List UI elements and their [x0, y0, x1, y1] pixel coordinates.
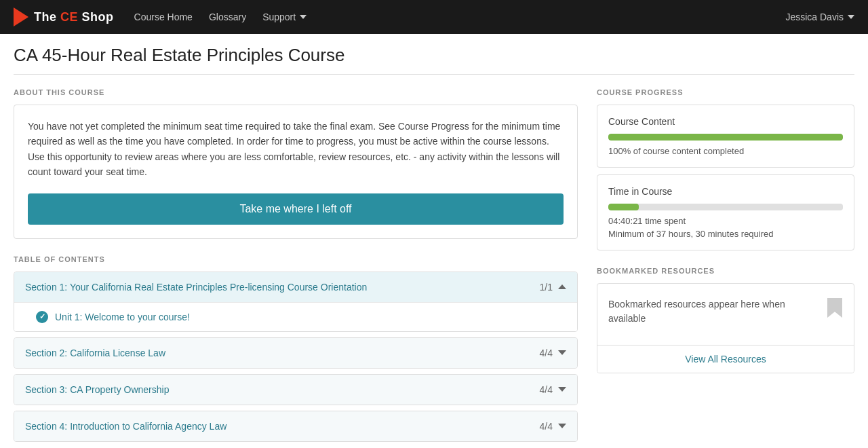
bookmarks-inner: Bookmarked resources appear here when av…: [597, 284, 854, 345]
view-all-resources-button[interactable]: View All Resources: [597, 345, 854, 373]
support-chevron-icon: [300, 15, 307, 19]
course-content-title: Course Content: [608, 116, 843, 127]
toc-section-4-meta: 4/4: [540, 421, 566, 432]
course-content-bar-track: [608, 134, 843, 141]
toc-section-2-meta: 4/4: [540, 348, 566, 358]
toc-section-1-header[interactable]: Section 1: Your California Real Estate P…: [14, 272, 577, 302]
course-content-bar-fill: [608, 134, 843, 141]
right-column: COURSE PROGRESS Course Content 100% of c…: [597, 88, 854, 373]
toc-section-4-progress: 4/4: [540, 421, 553, 432]
about-box: You have not yet completed the minimum s…: [14, 105, 578, 239]
bookmarks-section-label: BOOKMARKED RESOURCES: [597, 267, 854, 275]
toc-section-1-meta: 1/1: [540, 282, 566, 293]
course-content-card: Course Content 100% of course content co…: [597, 105, 854, 168]
course-content-percent-text: 100% of course content completed: [608, 146, 843, 156]
about-section-label: ABOUT THIS COURSE: [14, 88, 578, 96]
minimum-required-text: Minimum of 37 hours, 30 minutes required: [608, 229, 843, 239]
page-title: CA 45-Hour Real Estate Principles Course: [14, 45, 854, 66]
toc-section-3-chevron-icon: [558, 387, 566, 392]
time-in-course-bar-fill: [608, 204, 639, 210]
resume-button[interactable]: Take me where I left off: [28, 193, 564, 225]
bookmark-icon: [827, 297, 843, 318]
user-menu-chevron-icon: [848, 15, 854, 19]
user-menu[interactable]: Jessica Davis: [785, 12, 854, 22]
toc-section-4-title: Section 4: Introduction to California Ag…: [25, 421, 226, 432]
toc-section-3: Section 3: CA Property Ownership 4/4: [14, 374, 578, 405]
toc-unit-1-1-title: Unit 1: Welcome to your course!: [55, 312, 190, 322]
bookmarks-section: BOOKMARKED RESOURCES Bookmarked resource…: [597, 267, 854, 373]
progress-section-label: COURSE PROGRESS: [597, 88, 854, 96]
toc-section-3-meta: 4/4: [540, 384, 566, 395]
logo[interactable]: The CE Shop: [14, 7, 114, 26]
toc-section-2-title: Section 2: California License Law: [25, 348, 165, 358]
toc-section-2-header[interactable]: Section 2: California License Law 4/4: [14, 338, 577, 368]
main-layout: ABOUT THIS COURSE You have not yet compl…: [14, 88, 854, 447]
toc-section-3-title: Section 3: CA Property Ownership: [25, 384, 169, 395]
logo-text: The CE Shop: [34, 10, 114, 24]
toc-section-3-header[interactable]: Section 3: CA Property Ownership 4/4: [14, 375, 577, 405]
toc-section-label: TABLE OF CONTENTS: [14, 255, 578, 263]
left-column: ABOUT THIS COURSE You have not yet compl…: [14, 88, 578, 447]
page-content: CA 45-Hour Real Estate Principles Course…: [0, 34, 868, 448]
toc-section-4-header[interactable]: Section 4: Introduction to California Ag…: [14, 411, 577, 441]
toc-section-4-chevron-icon: [558, 424, 566, 428]
toc-section-4: Section 4: Introduction to California Ag…: [14, 411, 578, 442]
title-divider: [14, 74, 854, 75]
unit-complete-icon: [36, 311, 48, 323]
time-in-course-bar-track: [608, 204, 843, 210]
time-spent-text: 04:40:21 time spent: [608, 216, 843, 226]
nav-glossary[interactable]: Glossary: [209, 12, 246, 22]
nav-support[interactable]: Support: [262, 12, 307, 22]
bookmarks-empty-text: Bookmarked resources appear here when av…: [608, 297, 818, 326]
time-in-course-card: Time in Course 04:40:21 time spent Minim…: [597, 174, 854, 250]
toc-section-2-chevron-icon: [558, 350, 566, 355]
toc-unit-1-1[interactable]: Unit 1: Welcome to your course!: [14, 302, 577, 331]
progress-section: COURSE PROGRESS Course Content 100% of c…: [597, 88, 854, 250]
user-name: Jessica Davis: [785, 12, 844, 22]
toc-section-1-progress: 1/1: [540, 282, 553, 293]
navbar-links: Course Home Glossary Support: [134, 12, 786, 22]
time-in-course-title: Time in Course: [608, 186, 843, 197]
navbar: The CE Shop Course Home Glossary Support…: [0, 0, 868, 34]
about-text: You have not yet completed the minimum s…: [28, 119, 564, 180]
toc-section-2-progress: 4/4: [540, 348, 553, 358]
toc-section-1-chevron-icon: [558, 284, 566, 289]
bookmarks-card: Bookmarked resources appear here when av…: [597, 283, 854, 373]
toc-section-1-title: Section 1: Your California Real Estate P…: [25, 282, 367, 293]
toc-section-2: Section 2: California License Law 4/4: [14, 337, 578, 369]
toc-section-1: Section 1: Your California Real Estate P…: [14, 272, 578, 332]
nav-course-home[interactable]: Course Home: [134, 12, 193, 22]
logo-triangle: [14, 7, 28, 26]
toc-section-3-progress: 4/4: [540, 384, 553, 395]
